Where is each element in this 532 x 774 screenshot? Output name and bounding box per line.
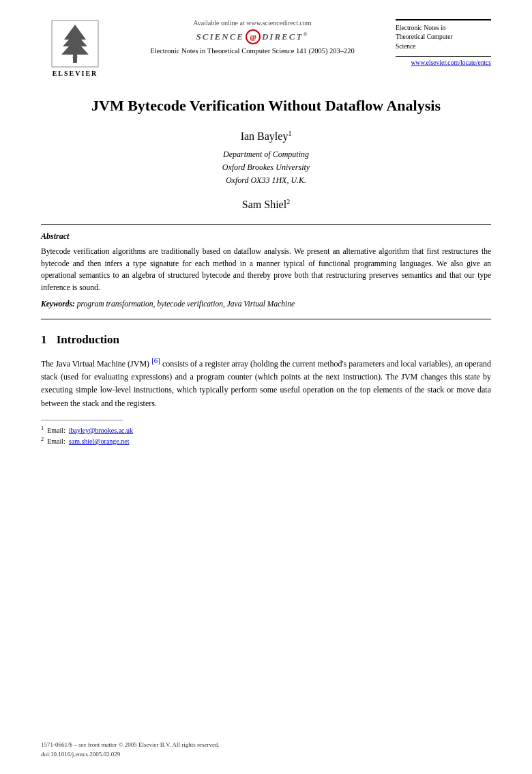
available-online-text: Available online at www.sciencedirect.co…: [116, 19, 389, 27]
science-text: SCIENCE: [196, 31, 244, 42]
at-icon: @: [246, 29, 261, 44]
header-top-rule: [396, 19, 491, 20]
abstract-title: Abstract: [41, 231, 491, 242]
svg-marker-4: [61, 40, 89, 55]
elsevier-logo: ELSEVIER: [41, 19, 109, 77]
section1-number: 1: [41, 333, 47, 346]
header-center: Available online at www.sciencedirect.co…: [109, 19, 396, 55]
section1-title: Introduction: [57, 333, 119, 346]
abstract-section: Abstract Bytecode verification algorithm…: [41, 231, 491, 308]
footnote1-email[interactable]: ibayley@brookes.ac.uk: [69, 427, 133, 434]
elsevier-text: ELSEVIER: [53, 70, 98, 77]
bottom-line2: doi:10.1016/j.entcs.2005.02.029: [41, 750, 491, 760]
footnote1: 1 Email: ibayley@brookes.ac.uk: [41, 425, 491, 435]
abstract-divider-bottom: [41, 319, 491, 319]
keywords-label: Keywords:: [41, 300, 75, 308]
footnote2-number: 2: [41, 436, 44, 442]
author1-name: Ian Bayley1: [41, 130, 491, 143]
elsevier-tree-icon: [50, 19, 100, 68]
section1-heading: 1 Introduction: [41, 333, 491, 347]
keywords-line: Keywords: program transformation, byteco…: [41, 300, 491, 308]
abstract-divider-top: [41, 224, 491, 225]
bottom-line1: 1571-0661/$ – see front matter © 2005 El…: [41, 741, 491, 750]
header: ELSEVIER Available online at www.science…: [41, 19, 491, 77]
bottom-info: 1571-0661/$ – see front matter © 2005 El…: [41, 741, 491, 759]
abstract-text: Bytecode verification algorithms are tra…: [41, 246, 491, 294]
footnote2-email[interactable]: sam.shiel@orange.net: [69, 438, 130, 445]
footnote-divider: [41, 420, 123, 420]
svg-rect-1: [73, 53, 77, 63]
citation-6: [6]: [151, 356, 160, 364]
author1-affiliation: Department of Computing Oxford Brookes U…: [41, 148, 491, 188]
footnote2: 2 Email: sam.shiel@orange.net: [41, 435, 491, 446]
header-bottom-rule: [396, 56, 491, 57]
header-right: Electronic Notes in Theoretical Computer…: [396, 19, 491, 66]
footnote1-label: Email:: [47, 427, 65, 434]
footnote2-label: Email:: [47, 438, 65, 445]
elsevier-logo-area: ELSEVIER: [41, 19, 109, 77]
section1-body-text: The Java Virtual Machine (JVM) [6] consi…: [41, 359, 491, 408]
paper-title: JVM Bytecode Verification Without Datafl…: [41, 96, 491, 116]
title-section: JVM Bytecode Verification Without Datafl…: [41, 96, 491, 212]
journal-line: Electronic Notes in Theoretical Computer…: [116, 47, 389, 55]
author2-name: Sam Shiel2: [41, 198, 491, 211]
page: ELSEVIER Available online at www.science…: [0, 0, 532, 774]
www-link[interactable]: www.elsevier.com/locate/entcs: [396, 59, 491, 66]
footnote1-number: 1: [41, 425, 44, 431]
journal-title-right: Electronic Notes in Theoretical Computer…: [396, 22, 491, 53]
keywords-text: program transformation, bytecode verific…: [77, 300, 295, 308]
direct-text: DIRECT®: [262, 31, 308, 42]
section1-body: The Java Virtual Machine (JVM) [6] consi…: [41, 355, 491, 410]
sciencedirect-logo: SCIENCE @ DIRECT®: [116, 29, 389, 44]
